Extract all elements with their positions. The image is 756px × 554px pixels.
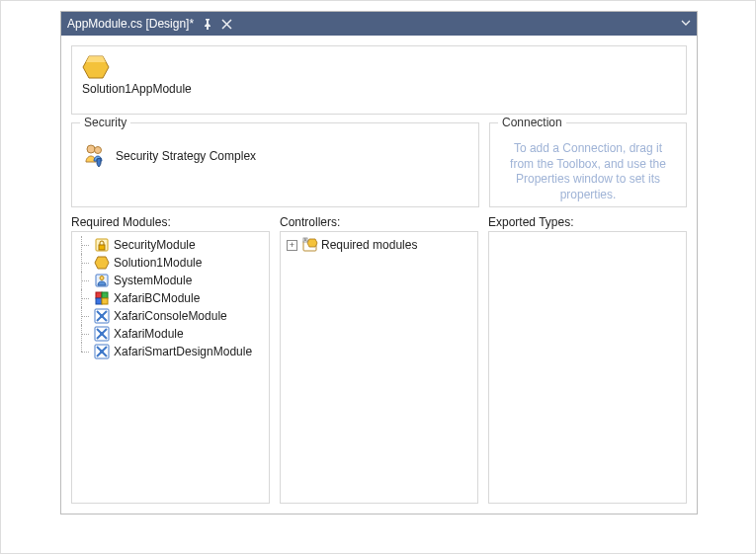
hex-icon [94,255,110,271]
groups-row: Security Security Strategy Complex [71,122,687,207]
svg-point-16 [100,332,104,336]
tree-connector [76,254,90,272]
svg-point-2 [87,145,95,153]
tree-item-label: SystemModule [114,274,192,287]
tree-item[interactable]: XafariModule [76,325,265,343]
tree-connector [76,325,90,343]
lists-row: Required Modules: SecurityModuleSolution… [71,215,687,504]
svg-point-8 [100,277,104,280]
svg-rect-9 [96,292,102,298]
security-group: Security Security Strategy Complex [71,122,479,207]
svg-rect-12 [102,298,108,304]
sys-icon [94,273,110,288]
lock-icon [94,237,110,253]
security-strategy-icon [82,143,108,169]
tree-item[interactable]: XafariSmartDesignModule [76,343,265,360]
tree-item-label: XafariSmartDesignModule [114,345,252,358]
tree-item-label: XafariConsoleModule [114,309,227,323]
tree-item-label: Solution1Module [114,256,202,270]
security-group-label: Security [80,116,130,129]
tree-item[interactable]: XafariConsoleModule [76,307,265,325]
module-panel[interactable]: Solution1AppModule [71,45,687,115]
tree-item[interactable]: Solution1Module [76,254,265,272]
exported-types-list[interactable] [488,231,687,504]
dropdown-icon[interactable] [681,17,691,31]
svg-marker-1 [86,56,106,62]
exported-types-column: Exported Types: [488,215,687,504]
svg-marker-20 [307,239,317,247]
xafari-icon [94,344,110,359]
svg-rect-10 [102,292,108,298]
required-modules-column: Required Modules: SecurityModuleSolution… [71,215,270,504]
tree-connector [76,272,90,289]
controllers-column: Controllers: + A Required modules [280,215,478,504]
module-hex-icon [82,54,110,80]
module-name: Solution1AppModule [82,82,676,96]
tree-item[interactable]: SecurityModule [76,236,265,254]
tree-connector [76,236,90,254]
designer-window: AppModule.cs [Design]* Solution1AppModul… [60,11,698,514]
blocks-icon [94,290,110,306]
tree-connector [76,289,90,307]
tree-item[interactable]: SystemModule [76,272,265,289]
xafari-icon [94,326,110,342]
required-modules-label: Required Modules: [71,215,270,229]
folder-hex-icon: A [302,237,318,253]
security-strategy-name[interactable]: Security Strategy Complex [116,149,256,163]
svg-rect-11 [96,298,102,304]
svg-marker-6 [95,257,109,269]
designer-content: Solution1AppModule Security Secu [61,36,697,514]
tree-item-label: XafariModule [114,327,184,341]
connection-group[interactable]: Connection To add a Connection, drag it … [489,122,687,207]
svg-point-18 [100,350,104,354]
connection-group-label: Connection [498,116,566,129]
xafari-icon [94,308,110,324]
connection-placeholder: To add a Connection, drag it from the To… [500,139,676,204]
close-icon[interactable] [221,19,232,30]
titlebar: AppModule.cs [Design]* [61,12,697,36]
tree-item-label: XafariBCModule [114,291,200,305]
tab-title[interactable]: AppModule.cs [Design]* [67,17,194,31]
tree-item[interactable]: XafariBCModule [76,289,265,307]
controllers-root-item[interactable]: + A Required modules [285,236,473,254]
exported-types-label: Exported Types: [488,215,687,229]
svg-point-14 [100,314,104,318]
svg-point-3 [95,147,102,154]
tree-connector [76,307,90,325]
expand-icon[interactable]: + [287,240,297,251]
svg-rect-5 [99,245,105,250]
controllers-root-label: Required modules [321,238,417,252]
tree-connector [76,343,90,360]
controllers-list[interactable]: + A Required modules [280,231,478,504]
pin-icon[interactable] [202,18,213,30]
controllers-label: Controllers: [280,215,478,229]
required-modules-list[interactable]: SecurityModuleSolution1ModuleSystemModul… [71,231,270,504]
tree-item-label: SecurityModule [114,238,196,252]
